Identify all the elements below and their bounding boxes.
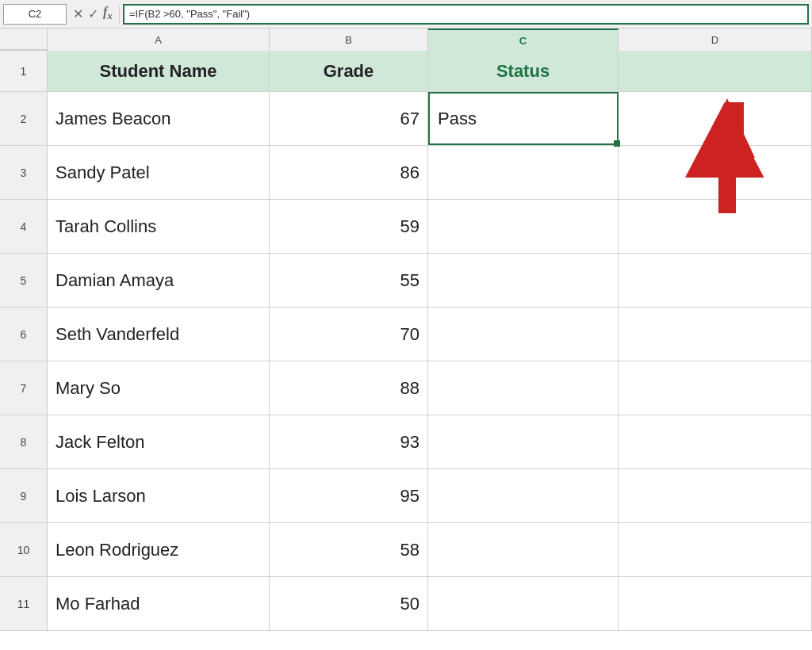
cell-c11[interactable] bbox=[428, 577, 619, 630]
col-header-d[interactable]: D bbox=[619, 29, 812, 51]
cell-b8[interactable]: 93 bbox=[270, 415, 428, 468]
cell-a7[interactable]: Mary So bbox=[48, 361, 270, 415]
row-number-5: 5 bbox=[0, 254, 48, 307]
row-number-7: 7 bbox=[0, 361, 48, 415]
cell-b7[interactable]: 88 bbox=[270, 361, 428, 415]
insert-function-icon[interactable]: fx bbox=[103, 5, 113, 22]
cell-c2[interactable]: Pass bbox=[428, 92, 619, 145]
cell-d10[interactable] bbox=[619, 523, 812, 576]
cell-c10[interactable] bbox=[428, 523, 619, 576]
table-row: 8 Jack Felton 93 bbox=[0, 415, 812, 469]
cell-c5[interactable] bbox=[428, 254, 619, 307]
cell-d2[interactable] bbox=[619, 92, 812, 145]
cell-d5[interactable] bbox=[619, 254, 812, 307]
table-row: 1 Student Name Grade Status bbox=[0, 51, 812, 92]
row-number-6: 6 bbox=[0, 308, 48, 361]
cell-ref-text: C2 bbox=[29, 8, 42, 20]
confirm-icon[interactable]: ✓ bbox=[88, 6, 98, 21]
cell-b9[interactable]: 95 bbox=[270, 469, 428, 522]
row-number-1: 1 bbox=[0, 51, 48, 91]
cell-b6[interactable]: 70 bbox=[270, 308, 428, 361]
table-row: 7 Mary So 88 bbox=[0, 361, 812, 415]
formula-input[interactable]: =IF(B2 >60, "Pass", "Fail") bbox=[123, 4, 809, 25]
cell-d11[interactable] bbox=[619, 577, 812, 630]
cell-c1[interactable]: Status bbox=[428, 51, 619, 91]
cell-a9[interactable]: Lois Larson bbox=[48, 469, 270, 522]
row-number-3: 3 bbox=[0, 146, 48, 199]
formula-bar: C2 ✕ ✓ fx =IF(B2 >60, "Pass", "Fail") bbox=[0, 0, 812, 29]
col-header-a[interactable]: A bbox=[48, 29, 270, 51]
cell-c6[interactable] bbox=[428, 308, 619, 361]
corner-cell bbox=[0, 29, 48, 50]
data-rows: 1 Student Name Grade Status 2 bbox=[0, 51, 812, 631]
formula-text: =IF(B2 >60, "Pass", "Fail") bbox=[129, 8, 250, 20]
fill-handle[interactable] bbox=[614, 140, 620, 147]
cell-d7[interactable] bbox=[619, 361, 812, 415]
cell-d3[interactable] bbox=[619, 146, 812, 199]
table-row: 9 Lois Larson 95 bbox=[0, 469, 812, 523]
cell-b11[interactable]: 50 bbox=[270, 577, 428, 630]
cell-a3[interactable]: Sandy Patel bbox=[48, 146, 270, 199]
table-row: 11 Mo Farhad 50 bbox=[0, 577, 812, 631]
cell-d6[interactable] bbox=[619, 308, 812, 361]
table-row: 10 Leon Rodriguez 58 bbox=[0, 523, 812, 577]
col-header-b[interactable]: B bbox=[270, 29, 428, 51]
column-headers: A B C D bbox=[0, 29, 812, 51]
table-row: 4 Tarah Collins 59 bbox=[0, 200, 812, 254]
cell-b4[interactable]: 59 bbox=[270, 200, 428, 253]
col-header-c[interactable]: C bbox=[428, 29, 619, 51]
cell-b3[interactable]: 86 bbox=[270, 146, 428, 199]
cell-b1[interactable]: Grade bbox=[270, 51, 428, 91]
cell-d8[interactable] bbox=[619, 415, 812, 468]
cell-c3[interactable] bbox=[428, 146, 619, 199]
cell-c7[interactable] bbox=[428, 361, 619, 415]
rows-wrapper: 1 Student Name Grade Status 2 bbox=[0, 51, 812, 631]
cell-d9[interactable] bbox=[619, 469, 812, 522]
table-row: 6 Seth Vanderfeld 70 bbox=[0, 308, 812, 361]
cancel-icon[interactable]: ✕ bbox=[73, 6, 83, 21]
cell-c9[interactable] bbox=[428, 469, 619, 522]
cell-a6[interactable]: Seth Vanderfeld bbox=[48, 308, 270, 361]
row-number-9: 9 bbox=[0, 469, 48, 522]
row-number-4: 4 bbox=[0, 200, 48, 253]
row-number-2: 2 bbox=[0, 92, 48, 145]
spreadsheet: A B C D bbox=[0, 29, 812, 631]
table-row: 3 Sandy Patel 86 bbox=[0, 146, 812, 200]
cell-d1[interactable] bbox=[619, 51, 812, 91]
cell-b5[interactable]: 55 bbox=[270, 254, 428, 307]
cell-c8[interactable] bbox=[428, 415, 619, 468]
cell-a10[interactable]: Leon Rodriguez bbox=[48, 523, 270, 576]
cell-a5[interactable]: Damian Amaya bbox=[48, 254, 270, 307]
table-row: 5 Damian Amaya 55 bbox=[0, 254, 812, 308]
cell-a1[interactable]: Student Name bbox=[48, 51, 270, 91]
cell-a8[interactable]: Jack Felton bbox=[48, 415, 270, 468]
table-row: 2 James Beacon 67 Pass bbox=[0, 92, 812, 146]
row-number-10: 10 bbox=[0, 523, 48, 576]
cell-d4[interactable] bbox=[619, 200, 812, 253]
row-number-11: 11 bbox=[0, 577, 48, 630]
cell-reference-box[interactable]: C2 bbox=[3, 4, 67, 25]
row-number-8: 8 bbox=[0, 415, 48, 468]
cell-b2[interactable]: 67 bbox=[270, 92, 428, 145]
cell-a2[interactable]: James Beacon bbox=[48, 92, 270, 145]
cell-c4[interactable] bbox=[428, 200, 619, 253]
cell-a4[interactable]: Tarah Collins bbox=[48, 200, 270, 253]
cell-a11[interactable]: Mo Farhad bbox=[48, 577, 270, 630]
cell-b10[interactable]: 58 bbox=[270, 523, 428, 576]
